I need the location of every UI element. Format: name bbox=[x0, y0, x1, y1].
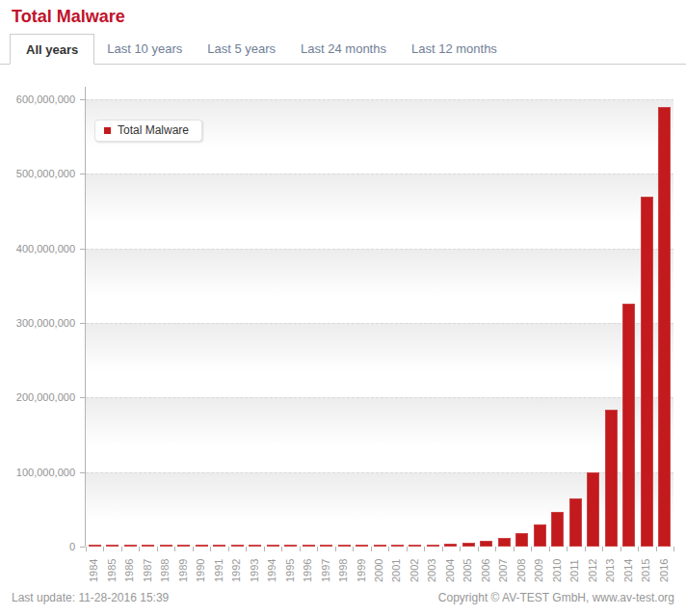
bar-1998[interactable] bbox=[338, 545, 351, 547]
bar-1990[interactable] bbox=[196, 545, 208, 547]
bar-1987[interactable] bbox=[142, 545, 154, 547]
y-axis-tick bbox=[80, 547, 85, 548]
tab-last-24-months[interactable]: Last 24 months bbox=[288, 34, 399, 64]
y-axis-label: 0 bbox=[0, 541, 75, 552]
total-malware-chart: Total Malware 19841985198619871988198919… bbox=[0, 83, 686, 590]
x-axis-tick bbox=[620, 547, 621, 551]
gridline bbox=[86, 99, 673, 100]
legend-label: Total Malware bbox=[118, 123, 189, 137]
x-axis-tick bbox=[514, 547, 514, 551]
x-axis-tick bbox=[174, 547, 175, 551]
bar-1997[interactable] bbox=[320, 545, 332, 547]
bar-2000[interactable] bbox=[374, 545, 386, 547]
tab-last-12-months[interactable]: Last 12 months bbox=[399, 34, 510, 64]
bar-2006[interactable] bbox=[480, 541, 492, 547]
last-update-text: Last update: 11-28-2016 15:39 bbox=[12, 591, 169, 604]
x-label-1986: 1986 bbox=[123, 553, 135, 582]
tab-all-years[interactable]: All years bbox=[10, 34, 94, 65]
x-axis-tick bbox=[424, 547, 425, 551]
bar-2009[interactable] bbox=[534, 524, 546, 547]
x-label-2009: 2009 bbox=[533, 553, 544, 582]
range-tabbar: All yearsLast 10 yearsLast 5 yearsLast 2… bbox=[0, 34, 686, 65]
x-label-2003: 2003 bbox=[426, 553, 437, 582]
x-axis-tick bbox=[638, 547, 639, 551]
bar-1999[interactable] bbox=[356, 545, 368, 547]
bar-2008[interactable] bbox=[515, 533, 528, 547]
bar-1996[interactable] bbox=[303, 545, 315, 547]
x-axis-tick bbox=[353, 547, 354, 551]
x-axis-tick bbox=[103, 547, 104, 551]
bar-2002[interactable] bbox=[409, 545, 421, 547]
x-label-2006: 2006 bbox=[480, 553, 491, 582]
legend-marker-icon bbox=[104, 127, 111, 134]
x-label-2001: 2001 bbox=[390, 553, 402, 582]
x-axis-tick bbox=[656, 547, 657, 551]
x-label-1987: 1987 bbox=[142, 553, 153, 582]
bar-2016[interactable] bbox=[658, 107, 671, 547]
x-label-1990: 1990 bbox=[195, 553, 206, 582]
x-label-1993: 1993 bbox=[249, 553, 260, 582]
bar-2015[interactable] bbox=[641, 197, 653, 547]
y-axis-tick bbox=[80, 174, 85, 174]
bar-2003[interactable] bbox=[427, 545, 439, 547]
x-axis-tick bbox=[210, 547, 211, 551]
bar-1991[interactable] bbox=[213, 545, 225, 547]
x-label-1998: 1998 bbox=[337, 553, 349, 582]
bar-1986[interactable] bbox=[124, 545, 137, 547]
bar-2013[interactable] bbox=[605, 410, 618, 547]
x-axis-tick bbox=[602, 547, 603, 551]
bar-1988[interactable] bbox=[160, 545, 172, 547]
tab-last-10-years[interactable]: Last 10 years bbox=[94, 34, 195, 64]
x-axis-tick bbox=[246, 547, 247, 551]
x-label-2012: 2012 bbox=[587, 553, 598, 582]
copyright-text: Copyright © AV-TEST GmbH, www.av-test.or… bbox=[438, 591, 674, 604]
legend-box[interactable]: Total Malware bbox=[94, 120, 202, 142]
x-axis-tick bbox=[86, 547, 87, 551]
y-axis-label: 400,000,000 bbox=[0, 243, 75, 254]
x-axis-tick bbox=[460, 547, 461, 551]
bar-1993[interactable] bbox=[249, 545, 261, 547]
bar-2001[interactable] bbox=[391, 545, 404, 547]
x-label-1997: 1997 bbox=[320, 553, 331, 582]
x-label-2008: 2008 bbox=[515, 553, 527, 582]
bar-2007[interactable] bbox=[498, 538, 511, 547]
x-axis-tick bbox=[121, 547, 122, 551]
y-axis-tick bbox=[80, 397, 85, 398]
bar-2014[interactable] bbox=[622, 304, 635, 547]
bar-1985[interactable] bbox=[106, 545, 119, 547]
x-axis-tick bbox=[673, 547, 674, 551]
x-axis-tick bbox=[300, 547, 301, 551]
plot-band bbox=[86, 174, 673, 248]
x-label-1989: 1989 bbox=[177, 553, 189, 582]
x-axis-tick bbox=[478, 547, 479, 551]
x-axis-tick bbox=[157, 547, 158, 551]
x-axis-tick bbox=[388, 547, 389, 551]
x-axis-tick bbox=[317, 547, 318, 551]
bar-2004[interactable] bbox=[444, 544, 457, 547]
y-axis-tick bbox=[80, 249, 85, 250]
malware-stats-widget: Total Malware All yearsLast 10 yearsLast… bbox=[0, 0, 686, 616]
x-label-1999: 1999 bbox=[356, 553, 367, 582]
y-axis-tick bbox=[80, 99, 85, 100]
x-axis-tick bbox=[567, 547, 567, 551]
bar-2010[interactable] bbox=[551, 512, 564, 547]
gridline bbox=[86, 174, 673, 174]
gridline bbox=[86, 323, 673, 324]
x-axis-tick bbox=[281, 547, 282, 551]
bar-1995[interactable] bbox=[284, 545, 297, 547]
bar-2005[interactable] bbox=[462, 543, 475, 547]
x-label-2004: 2004 bbox=[444, 553, 456, 582]
bar-1994[interactable] bbox=[267, 545, 279, 547]
bar-1992[interactable] bbox=[231, 545, 244, 547]
plot-band bbox=[86, 323, 673, 397]
tab-last-5-years[interactable]: Last 5 years bbox=[195, 34, 288, 64]
bar-1984[interactable] bbox=[89, 545, 101, 547]
bar-1989[interactable] bbox=[177, 545, 190, 547]
y-axis-tick bbox=[80, 323, 85, 324]
bar-2011[interactable] bbox=[569, 498, 582, 547]
bar-2012[interactable] bbox=[587, 472, 599, 547]
x-label-1984: 1984 bbox=[88, 553, 99, 582]
x-label-2007: 2007 bbox=[497, 553, 509, 582]
x-label-2011: 2011 bbox=[568, 553, 580, 582]
x-label-1994: 1994 bbox=[266, 553, 277, 582]
